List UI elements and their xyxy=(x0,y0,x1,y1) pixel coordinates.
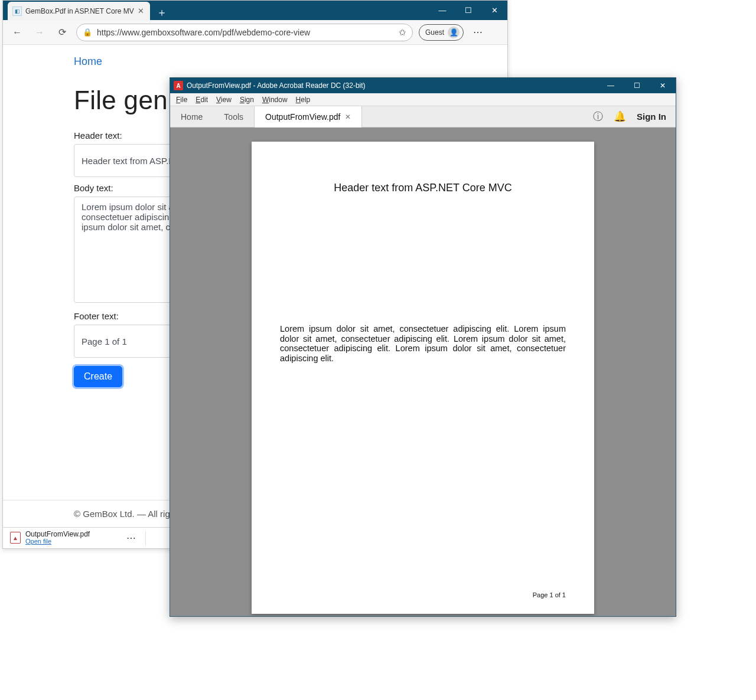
menu-help[interactable]: Help xyxy=(296,96,311,104)
address-bar[interactable]: 🔒 https://www.gembox​software.com/pdf/we… xyxy=(76,24,413,41)
browser-tab[interactable]: ◧ GemBox.Pdf in ASP.NET Core MV ✕ xyxy=(8,2,150,21)
favicon-icon: ◧ xyxy=(12,6,22,16)
download-text: OutputFromView.pdf Open file xyxy=(25,531,90,545)
refresh-button[interactable]: ⟳ xyxy=(54,24,70,41)
tab-title: GemBox.Pdf in ASP.NET Core MV xyxy=(25,7,134,15)
browser-toolbar: ← → ⟳ 🔒 https://www.gembox​software.com/… xyxy=(3,20,507,45)
acrobat-menubar: File Edit View Sign Window Help xyxy=(170,93,676,106)
forward-button[interactable]: → xyxy=(31,24,48,41)
acrobat-maximize-button[interactable]: ☐ xyxy=(624,78,650,93)
tab-strip: ◧ GemBox.Pdf in ASP.NET Core MV ✕ ＋ xyxy=(3,2,170,21)
acrobat-tab-document[interactable]: OutputFromView.pdf ✕ xyxy=(254,106,362,127)
pdf-body-text: Lorem ipsum dolor sit amet, consectetuer… xyxy=(280,324,566,364)
menu-window[interactable]: Window xyxy=(262,96,288,104)
acrobat-tab-tools[interactable]: Tools xyxy=(213,106,254,127)
menu-edit[interactable]: Edit xyxy=(195,96,208,104)
new-tab-button[interactable]: ＋ xyxy=(154,4,170,21)
browser-titlebar: ◧ GemBox.Pdf in ASP.NET Core MV ✕ ＋ — ☐ … xyxy=(3,1,507,20)
help-icon[interactable]: ⓘ xyxy=(593,110,603,123)
acrobat-tab-home[interactable]: Home xyxy=(170,106,213,127)
url-text: https://www.gembox​software.com/pdf/webd… xyxy=(97,28,394,37)
menu-file[interactable]: File xyxy=(176,96,187,104)
minimize-button[interactable]: — xyxy=(429,1,455,20)
nav-home-link[interactable]: Home xyxy=(74,52,102,75)
menu-sign[interactable]: Sign xyxy=(240,96,254,104)
lock-icon: 🔒 xyxy=(83,28,92,37)
pdf-file-icon: ▲ xyxy=(10,532,21,544)
pdf-header-text: Header text from ASP.NET Core MVC xyxy=(280,182,566,194)
acrobat-titlebar: A OutputFromView.pdf - Adobe Acrobat Rea… xyxy=(170,78,676,93)
menu-view[interactable]: View xyxy=(216,96,232,104)
acrobat-close-button[interactable]: ✕ xyxy=(650,78,676,93)
acrobat-minimize-button[interactable]: — xyxy=(598,78,624,93)
acrobat-app-icon: A xyxy=(174,81,183,90)
download-item[interactable]: ▲ OutputFromView.pdf Open file xyxy=(6,529,93,546)
profile-button[interactable]: Guest 👤 xyxy=(419,24,464,41)
acrobat-document-area[interactable]: Header text from ASP.NET Core MVC Lorem … xyxy=(170,127,676,616)
separator xyxy=(145,531,146,545)
profile-label: Guest xyxy=(425,28,444,37)
download-more-button[interactable]: ⋯ xyxy=(123,530,139,547)
acrobat-toolbar-right: ⓘ 🔔 Sign In xyxy=(593,110,676,123)
maximize-button[interactable]: ☐ xyxy=(455,1,481,20)
back-button[interactable]: ← xyxy=(9,24,25,41)
acrobat-window: A OutputFromView.pdf - Adobe Acrobat Rea… xyxy=(170,77,676,617)
favorite-icon[interactable]: ✩ xyxy=(399,27,406,38)
window-controls: — ☐ ✕ xyxy=(429,1,507,20)
avatar-icon: 👤 xyxy=(448,27,460,38)
download-open-link[interactable]: Open file xyxy=(25,538,90,545)
bell-icon[interactable]: 🔔 xyxy=(614,110,626,123)
close-button[interactable]: ✕ xyxy=(481,1,507,20)
create-button[interactable]: Create xyxy=(74,366,122,387)
acrobat-tab-close-icon[interactable]: ✕ xyxy=(345,113,351,121)
acrobat-tab-doc-label: OutputFromView.pdf xyxy=(265,112,340,122)
acrobat-toolbar: Home Tools OutputFromView.pdf ✕ ⓘ 🔔 Sign… xyxy=(170,106,676,127)
browser-menu-button[interactable]: ⋯ xyxy=(470,24,486,41)
sign-in-button[interactable]: Sign In xyxy=(637,112,666,122)
pdf-page: Header text from ASP.NET Core MVC Lorem … xyxy=(252,142,594,614)
acrobat-title: OutputFromView.pdf - Adobe Acrobat Reade… xyxy=(187,81,598,90)
tab-close-icon[interactable]: ✕ xyxy=(138,6,144,15)
pdf-footer-text: Page 1 of 1 xyxy=(533,591,566,598)
